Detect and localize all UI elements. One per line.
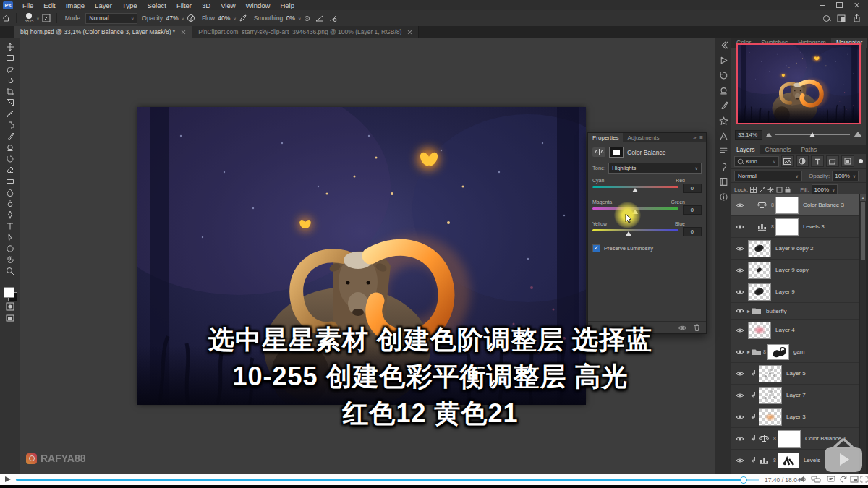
smoothing-value[interactable]: 0% xyxy=(286,14,295,22)
quick-selection-tool[interactable] xyxy=(1,75,19,87)
brush-preset-picker[interactable]: 3835 xyxy=(25,13,33,24)
pressure-size-icon[interactable] xyxy=(328,14,337,22)
slider-value[interactable]: 0 xyxy=(683,184,702,193)
toggle-brush-panel-icon[interactable] xyxy=(42,14,51,22)
fullscreen-icon[interactable] xyxy=(860,476,868,483)
layer-thumbnail[interactable] xyxy=(748,322,771,339)
danmaku-comment-icon[interactable] xyxy=(827,476,835,483)
filter-adjustment-layers-icon[interactable] xyxy=(796,155,809,167)
preserve-luminosity-checkbox[interactable]: ✓ xyxy=(592,244,600,252)
layer-visibility-eye-icon[interactable] xyxy=(733,224,746,230)
panel-tab-layers[interactable]: Layers xyxy=(731,145,760,154)
quality-icon[interactable] xyxy=(811,476,821,483)
lock-transparency-icon[interactable] xyxy=(750,187,757,193)
navigator-zoom-slider[interactable] xyxy=(775,132,850,137)
filter-type-layers-icon[interactable] xyxy=(811,155,824,167)
close-tab-icon[interactable] xyxy=(407,30,412,35)
volume-icon[interactable] xyxy=(799,476,807,483)
layer-mask-thumbnail[interactable] xyxy=(778,453,799,468)
menu-item-edit[interactable]: Edit xyxy=(38,1,60,9)
layer-mask-thumbnail[interactable] xyxy=(775,197,799,214)
lock-artboard-icon[interactable] xyxy=(776,187,783,193)
layer-mask-thumbnail[interactable] xyxy=(778,430,801,448)
brush-tool[interactable] xyxy=(1,131,19,142)
zoom-slider-thumb[interactable] xyxy=(809,132,815,137)
history-brush-tool[interactable] xyxy=(1,153,19,165)
scrollbar-thumb[interactable] xyxy=(861,202,865,260)
lasso-tool[interactable] xyxy=(1,64,19,75)
edit-toolbar-ellipsis-icon[interactable]: ··· xyxy=(7,278,14,283)
filter-pixel-layers-icon[interactable] xyxy=(781,155,794,167)
path-selection-tool[interactable] xyxy=(1,232,19,244)
color-swatches[interactable] xyxy=(3,287,17,301)
filter-smart-objects-icon[interactable] xyxy=(841,155,854,167)
shape-tool[interactable] xyxy=(1,243,19,254)
menu-item-filter[interactable]: Filter xyxy=(171,1,197,9)
slider-value[interactable]: 0 xyxy=(683,227,702,236)
document-tab[interactable]: big horn.psd @ 33,1% (Color Balance 3, L… xyxy=(14,26,192,38)
layer-thumbnail[interactable] xyxy=(748,283,771,301)
libraries-icon[interactable] xyxy=(719,177,728,187)
crop-tool[interactable] xyxy=(1,86,19,98)
layer-row-butterfly[interactable]: ▸butterfly xyxy=(731,303,866,320)
layer-thumbnail[interactable] xyxy=(748,262,771,279)
menu-item-window[interactable]: Window xyxy=(241,1,276,9)
lock-all-icon[interactable] xyxy=(785,187,791,193)
panel-tab-adjustments[interactable]: Adjustments xyxy=(623,133,663,142)
zoom-in-icon[interactable] xyxy=(854,132,862,137)
dodge-tool[interactable] xyxy=(1,198,19,210)
clone-source-icon[interactable] xyxy=(719,86,728,95)
search-icon[interactable] xyxy=(823,15,830,22)
layer-row-color-balance-3[interactable]: 8Color Balance 3 xyxy=(731,194,866,216)
navigator-zoom-value[interactable]: 33,14% xyxy=(735,130,762,140)
brush-settings-icon[interactable] xyxy=(719,101,728,111)
layer-row-layer-4[interactable]: Layer 4 xyxy=(731,320,866,341)
picture-in-picture-icon[interactable] xyxy=(850,476,859,483)
spot-healing-tool[interactable] xyxy=(1,120,19,132)
styles-icon[interactable] xyxy=(719,116,728,126)
panel-tab-paths[interactable]: Paths xyxy=(796,145,822,154)
layer-thumbnail[interactable] xyxy=(759,387,782,404)
menu-item-image[interactable]: Image xyxy=(61,1,90,9)
layer-row-gam[interactable]: ▸8gam xyxy=(731,341,866,363)
screen-mode-icon[interactable] xyxy=(1,312,19,324)
collapse-panels-icon[interactable] xyxy=(719,40,728,50)
actions-icon[interactable] xyxy=(719,56,728,65)
tone-select[interactable]: Highlights ∨ xyxy=(608,163,702,174)
info-icon[interactable] xyxy=(719,192,728,202)
layer-visibility-eye-icon[interactable] xyxy=(733,202,746,208)
layer-visibility-eye-icon[interactable] xyxy=(733,349,746,355)
pen-tool[interactable] xyxy=(1,210,19,221)
navigator-preview[interactable] xyxy=(736,43,861,124)
group-expand-icon[interactable]: ▸ xyxy=(747,348,750,355)
slider-track[interactable] xyxy=(592,228,678,236)
close-window-icon[interactable] xyxy=(854,2,859,8)
history-icon[interactable] xyxy=(719,71,728,80)
filter-shape-layers-icon[interactable] xyxy=(826,155,839,167)
slider-thumb[interactable] xyxy=(632,188,638,192)
quick-mask-icon[interactable] xyxy=(1,301,19,313)
layer-visibility-eye-icon[interactable] xyxy=(733,436,746,442)
menu-item-type[interactable]: Type xyxy=(117,1,142,9)
close-tab-icon[interactable] xyxy=(181,30,186,35)
clone-stamp-tool[interactable] xyxy=(1,142,19,154)
rectangular-marquee-tool[interactable] xyxy=(1,53,19,64)
lock-pixels-icon[interactable] xyxy=(759,187,765,193)
menu-item-file[interactable]: File xyxy=(17,1,38,9)
layer-row-layer-9-copy[interactable]: Layer 9 copy xyxy=(731,260,866,281)
brush-angle-icon[interactable] xyxy=(315,14,324,22)
arrange-workspace-icon[interactable] xyxy=(837,14,846,22)
replay-icon[interactable] xyxy=(839,476,847,483)
layer-mask-chip-icon[interactable] xyxy=(609,147,624,158)
zoom-tool[interactable] xyxy=(1,265,19,277)
group-expand-icon[interactable]: ▸ xyxy=(747,308,750,314)
group-mask-thumbnail[interactable] xyxy=(767,344,789,360)
progress-handle[interactable] xyxy=(740,476,747,484)
minimize-icon[interactable] xyxy=(820,5,825,6)
glyphs-icon[interactable] xyxy=(719,162,728,171)
layer-visibility-eye-icon[interactable] xyxy=(733,414,746,420)
hand-tool[interactable] xyxy=(1,254,19,266)
chevron-down-icon[interactable]: ∨ xyxy=(36,16,39,21)
layer-row-layer-5[interactable]: Layer 5 xyxy=(731,363,866,385)
character-icon[interactable] xyxy=(719,132,728,141)
